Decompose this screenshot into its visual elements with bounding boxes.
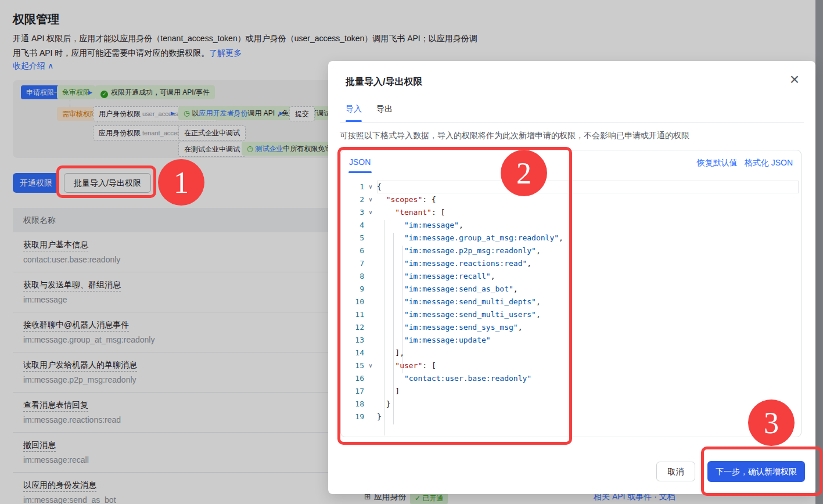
annotation-box-batch-button [56, 165, 156, 198]
restore-default-link[interactable]: 恢复默认值 [697, 158, 738, 167]
tab-export[interactable]: 导出 [376, 104, 393, 114]
tab-divider [340, 122, 804, 123]
annotation-step-1: 1 [158, 159, 204, 206]
annotation-box-next-button [701, 447, 822, 496]
annotation-step-3: 3 [748, 399, 795, 446]
format-json-link[interactable]: 格式化 JSON [745, 158, 793, 167]
active-tab-indicator [346, 120, 362, 122]
import-description: 可按照以下格式导入数据，导入的权限将作为此次新增申请的权限，不会影响已申请或开通… [340, 131, 689, 141]
page-scrollbar[interactable] [815, 0, 823, 504]
tab-import[interactable]: 导入 [346, 104, 362, 114]
close-icon[interactable]: × [790, 71, 799, 88]
editor-actions: 恢复默认值格式化 JSON [690, 158, 793, 168]
cancel-button[interactable]: 取消 [656, 462, 695, 481]
modal-title: 批量导入/导出权限 [346, 76, 422, 88]
annotation-step-2: 2 [501, 150, 547, 196]
